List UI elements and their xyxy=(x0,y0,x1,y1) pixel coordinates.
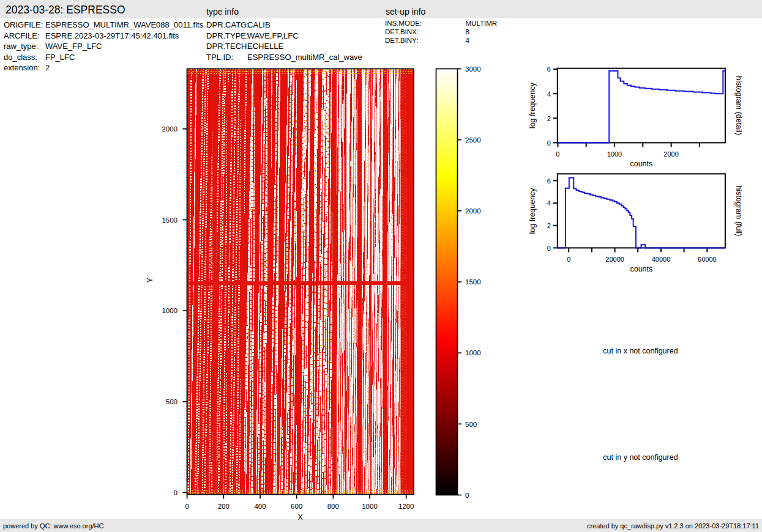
svg-text:X: X xyxy=(298,513,304,522)
svg-text:1000: 1000 xyxy=(465,349,481,357)
svg-text:log frequency: log frequency xyxy=(528,188,537,234)
svg-text:0: 0 xyxy=(567,256,570,263)
svg-text:0: 0 xyxy=(556,150,559,158)
svg-text:3000: 3000 xyxy=(465,65,481,73)
svg-text:1000: 1000 xyxy=(607,150,622,158)
svg-text:2000: 2000 xyxy=(162,125,177,133)
svg-text:40000: 40000 xyxy=(652,256,671,263)
svg-text:counts: counts xyxy=(630,160,652,168)
svg-text:2: 2 xyxy=(547,222,551,229)
svg-text:4: 4 xyxy=(547,91,551,98)
svg-text:1500: 1500 xyxy=(465,278,481,286)
svg-text:1500: 1500 xyxy=(162,216,177,224)
svg-text:0: 0 xyxy=(547,245,551,252)
svg-text:200: 200 xyxy=(218,503,230,510)
svg-text:1000: 1000 xyxy=(162,307,177,314)
svg-text:0: 0 xyxy=(465,492,469,499)
svg-text:1200: 1200 xyxy=(398,503,414,510)
svg-text:600: 600 xyxy=(291,503,302,510)
svg-text:6: 6 xyxy=(547,177,551,185)
svg-text:20000: 20000 xyxy=(605,256,624,263)
svg-text:histogram (full): histogram (full) xyxy=(734,186,743,237)
svg-text:6: 6 xyxy=(547,65,551,73)
svg-text:60000: 60000 xyxy=(698,256,717,263)
svg-text:2500: 2500 xyxy=(465,136,481,144)
svg-text:histogram (detail): histogram (detail) xyxy=(734,76,743,135)
svg-text:4: 4 xyxy=(547,199,551,207)
svg-text:1000: 1000 xyxy=(362,503,378,510)
svg-text:400: 400 xyxy=(254,503,266,510)
svg-text:0: 0 xyxy=(547,139,551,147)
svg-text:2000: 2000 xyxy=(465,207,481,215)
svg-text:cut in y not configured: cut in y not configured xyxy=(603,453,678,462)
svg-text:800: 800 xyxy=(327,503,339,510)
svg-text:2: 2 xyxy=(547,115,551,122)
svg-text:log frequency: log frequency xyxy=(528,82,537,128)
svg-text:counts: counts xyxy=(630,265,652,273)
svg-text:2000: 2000 xyxy=(663,150,678,158)
svg-text:0: 0 xyxy=(185,503,189,510)
svg-text:cut in x not configured: cut in x not configured xyxy=(603,347,678,355)
svg-text:500: 500 xyxy=(465,421,477,428)
svg-text:Y: Y xyxy=(146,277,154,283)
svg-text:500: 500 xyxy=(166,398,177,405)
svg-text:0: 0 xyxy=(174,489,177,497)
